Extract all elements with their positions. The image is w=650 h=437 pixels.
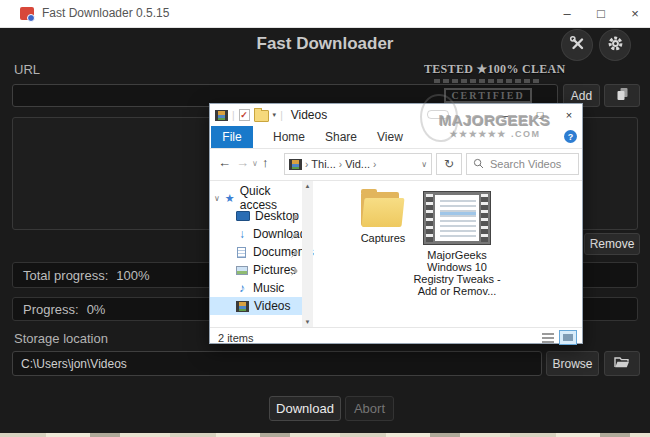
sidebar-item-pictures[interactable]: Pictures <box>210 261 302 279</box>
sidebar-item-desktop[interactable]: Desktop <box>210 207 302 225</box>
tools-icon <box>569 35 586 56</box>
folder-icon <box>359 189 407 227</box>
tab-file[interactable]: File <box>211 126 253 148</box>
file-label-line: Add or Remov... <box>411 285 503 297</box>
open-folder-button[interactable] <box>604 351 640 376</box>
pin-icon <box>290 230 299 244</box>
explorer-titlebar: | ✓ ▾ | Videos – □ × <box>210 104 582 126</box>
address-dropdown-icon[interactable]: ∨ <box>421 160 427 169</box>
videos-folder-icon <box>289 159 302 170</box>
settings-button[interactable] <box>600 30 630 60</box>
explorer-ribbon: File Home Share View <box>210 126 582 149</box>
browse-button[interactable]: Browse <box>546 351 599 376</box>
scroll-up-icon[interactable]: ▲ <box>302 183 313 189</box>
app-logo-icon <box>20 7 34 20</box>
explorer-navbar: ← → ∨ ↑ › Thi... › Vid... › ∨ ↻ <box>210 149 582 181</box>
explorer-close-button[interactable]: × <box>554 104 584 125</box>
sidebar-item-downloads[interactable]: ↓ Downloads <box>210 225 302 243</box>
tab-home[interactable]: Home <box>273 130 305 144</box>
pin-icon <box>290 212 299 226</box>
remove-button[interactable]: Remove <box>584 233 640 255</box>
url-label: URL <box>14 62 40 77</box>
documents-icon <box>237 247 246 258</box>
explorer-body: ∨ ★ Quick access Desktop ↓ Downloads Doc… <box>210 181 582 327</box>
back-icon[interactable]: ← <box>218 155 231 170</box>
total-progress-label: Total progress: <box>23 268 108 283</box>
thumbnail-view-icon[interactable] <box>559 330 577 345</box>
crumb-sep-icon: › <box>373 159 376 170</box>
folder-open-icon <box>614 356 630 372</box>
quick-access-star-icon: ★ <box>225 192 235 205</box>
sidebar-scrollbar[interactable]: ▲ ▼ <box>302 181 313 327</box>
video-file-majorgeeks[interactable]: MajorGeeks Windows 10 Registry Tweaks - … <box>411 191 503 297</box>
crumb-sep-icon: › <box>339 159 342 170</box>
scroll-down-icon[interactable]: ▼ <box>302 319 313 325</box>
gear-icon <box>607 35 624 56</box>
tab-share[interactable]: Share <box>325 130 357 144</box>
file-label-line: MajorGeeks <box>411 249 503 261</box>
explorer-sidebar: ∨ ★ Quick access Desktop ↓ Downloads Doc… <box>210 181 302 327</box>
storage-label: Storage location <box>14 331 108 346</box>
up-icon[interactable]: ↑ <box>262 155 269 170</box>
watermark-texture <box>434 79 542 83</box>
watermark-tested-text: TESTED ★100% CLEAN <box>424 62 552 77</box>
minimize-button[interactable]: – <box>551 0 583 27</box>
help-button[interactable]: ? <box>564 130 577 143</box>
explorer-minimize-button[interactable]: – <box>490 104 520 125</box>
paste-icon <box>616 87 629 104</box>
file-explorer-dialog: | ✓ ▾ | Videos – □ × File Home Share Vie… <box>209 103 583 344</box>
breadcrumb-videos[interactable]: Vid... <box>345 158 370 170</box>
search-icon <box>473 155 484 173</box>
sidebar-item-videos[interactable]: Videos <box>210 297 302 315</box>
maximize-button[interactable]: □ <box>585 0 617 27</box>
close-button[interactable]: × <box>619 0 650 27</box>
progress-value: 0% <box>87 302 106 317</box>
refresh-button[interactable]: ↻ <box>436 153 462 175</box>
videos-icon <box>236 301 249 312</box>
paste-button[interactable] <box>604 84 640 107</box>
os-titlebar: Fast Downloader 0.5.15 – □ × <box>0 0 650 28</box>
sidebar-item-music[interactable]: ♪ Music <box>210 279 302 297</box>
crumb-sep-icon: › <box>305 159 308 170</box>
pictures-icon <box>236 266 248 275</box>
window-title: Fast Downloader 0.5.15 <box>42 6 169 20</box>
pin-icon <box>290 266 299 280</box>
download-button[interactable]: Download <box>269 396 341 421</box>
details-view-icon[interactable] <box>542 333 554 343</box>
new-folder-icon[interactable] <box>254 110 269 122</box>
file-label-line: Windows 10 <box>411 261 503 273</box>
address-bar[interactable]: › Thi... › Vid... › ∨ <box>284 153 432 175</box>
screen: Fast Downloader 0.5.15 – □ × Fast Downlo… <box>0 0 650 437</box>
abort-button[interactable]: Abort <box>345 396 394 421</box>
sidebar-item-documents[interactable]: Documents <box>210 243 302 261</box>
music-icon: ♪ <box>236 281 248 295</box>
forward-icon[interactable]: → <box>236 155 249 170</box>
expand-chevron-icon[interactable]: ∨ <box>214 194 220 203</box>
tab-view[interactable]: View <box>377 130 403 144</box>
sidebar-item-label: Videos <box>254 299 290 313</box>
explorer-content: Captures MajorGeeks Windows 10 Registry … <box>313 181 582 327</box>
search-input[interactable] <box>488 157 572 171</box>
separator: | <box>280 110 283 121</box>
sidebar-item-quick-access[interactable]: ∨ ★ Quick access <box>210 189 302 207</box>
search-box[interactable] <box>466 153 579 175</box>
explorer-statusbar: 2 items <box>210 327 582 347</box>
qat-caret-icon[interactable]: ▾ <box>273 111 277 119</box>
sidebar-item-label: Music <box>253 281 284 295</box>
video-thumbnail-icon <box>423 191 491 245</box>
breadcrumb-this-pc[interactable]: Thi... <box>311 158 335 170</box>
recent-locations-icon[interactable]: ∨ <box>252 159 258 168</box>
properties-check-icon[interactable]: ✓ <box>239 109 250 121</box>
explorer-title: Videos <box>291 108 327 122</box>
page-title: Fast Downloader <box>0 34 650 54</box>
tools-button[interactable] <box>562 30 592 60</box>
item-count: 2 items <box>218 332 253 344</box>
storage-path-input[interactable] <box>12 351 542 376</box>
total-progress-value: 100% <box>116 268 149 283</box>
explorer-maximize-button[interactable]: □ <box>525 104 555 125</box>
background-window-sliver <box>0 433 650 437</box>
pin-icon <box>290 248 299 262</box>
separator: | <box>232 110 235 121</box>
file-label-line: Registry Tweaks - <box>411 273 503 285</box>
downloads-icon: ↓ <box>236 227 248 241</box>
